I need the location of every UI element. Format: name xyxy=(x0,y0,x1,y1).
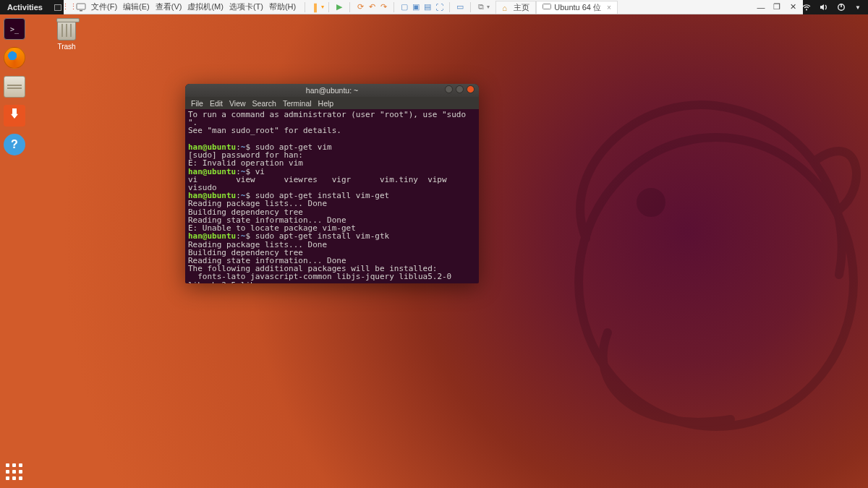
svg-rect-6 xyxy=(80,10,82,12)
ubuntu-dock xyxy=(0,14,29,488)
dock-firefox-icon[interactable] xyxy=(4,47,25,69)
home-icon: ⌂ xyxy=(502,4,511,11)
pause-icon[interactable]: ‖ xyxy=(310,1,321,13)
vm-tab-home-label: 主页 xyxy=(514,2,529,13)
vm-window-controls: — ❐ ✕ xyxy=(755,2,803,12)
restore-button[interactable]: ✕ xyxy=(787,2,799,12)
fullscreen-icon[interactable]: ⛶ xyxy=(433,1,445,13)
device-icon[interactable]: ⧉ xyxy=(475,1,487,13)
svg-rect-7 xyxy=(543,4,551,9)
dock-button[interactable]: ❐ xyxy=(771,2,783,12)
terminal-menu-help[interactable]: Help xyxy=(318,99,334,108)
vm-menu-edit[interactable]: 编辑(E) xyxy=(123,1,150,12)
fit-guest-icon[interactable]: ▢ xyxy=(399,1,410,13)
network-icon xyxy=(801,2,812,12)
trash-label: Trash xyxy=(49,43,84,51)
activities-button[interactable]: Activities xyxy=(0,3,50,12)
svg-rect-5 xyxy=(77,4,85,9)
power-icon xyxy=(836,2,846,12)
svg-point-2 xyxy=(806,9,807,11)
dock-files-icon[interactable] xyxy=(4,76,25,98)
chevron-down-icon: ▼ xyxy=(855,4,861,11)
vm-host-toolbar: ⋮⋮ 文件(F) 编辑(E) 查看(V) 虚拟机(M) 选项卡(T) 帮助(H)… xyxy=(64,0,803,14)
trash-icon xyxy=(57,20,76,40)
clock-back-icon[interactable]: ↶ xyxy=(366,1,378,13)
unity-icon[interactable]: ▭ xyxy=(454,1,466,13)
close-icon[interactable]: × xyxy=(607,4,611,12)
vm-tab-icon xyxy=(542,4,551,11)
play-icon[interactable]: ▶ xyxy=(333,1,345,13)
svg-point-0 xyxy=(579,137,854,427)
dock-software-icon[interactable] xyxy=(4,105,25,127)
vm-menu-tabs[interactable]: 选项卡(T) xyxy=(229,1,263,12)
terminal-minimize-button[interactable] xyxy=(445,85,453,93)
vm-menu-vm[interactable]: 虚拟机(M) xyxy=(187,1,224,12)
terminal-menu-file[interactable]: File xyxy=(191,99,203,108)
terminal-maximize-button[interactable] xyxy=(456,85,464,93)
terminal-menu-edit[interactable]: Edit xyxy=(210,99,223,108)
vm-menu-file[interactable]: 文件(F) xyxy=(91,1,117,12)
vm-menu-help[interactable]: 帮助(H) xyxy=(269,1,296,12)
device-dropdown-icon[interactable]: ▾ xyxy=(487,4,490,10)
terminal-indicator-icon xyxy=(54,4,61,11)
minimize-button[interactable]: — xyxy=(755,2,767,12)
fit-window-icon[interactable]: ▣ xyxy=(410,1,422,13)
vm-tab-home[interactable]: ⌂ 主页 xyxy=(495,1,536,14)
show-applications-icon[interactable] xyxy=(6,463,23,481)
volume-icon xyxy=(819,2,829,12)
snapshot-icon[interactable]: ⟳ xyxy=(354,1,366,13)
svg-point-1 xyxy=(641,192,661,213)
vm-menu-view[interactable]: 查看(V) xyxy=(156,1,182,12)
terminal-menu-terminal[interactable]: Terminal xyxy=(283,99,312,108)
terminal-close-button[interactable] xyxy=(467,85,475,93)
terminal-menubar: File Edit View Search Terminal Help xyxy=(185,97,479,109)
stretch-icon[interactable]: ▤ xyxy=(422,1,433,13)
vm-tab-ubuntu-label: Ubuntu 64 位 xyxy=(554,2,601,13)
vm-tab-ubuntu[interactable]: Ubuntu 64 位 × xyxy=(536,1,618,14)
terminal-menu-search[interactable]: Search xyxy=(252,99,276,108)
top-status-area[interactable]: ▼ xyxy=(801,2,868,12)
terminal-title: han@ubuntu: ~ xyxy=(306,86,358,95)
dock-help-icon[interactable] xyxy=(4,134,25,155)
wallpaper-beaver-silhouette xyxy=(499,58,868,448)
terminal-content[interactable]: To run a command as administrator (user … xyxy=(185,109,479,283)
terminal-titlebar[interactable]: han@ubuntu: ~ xyxy=(185,84,479,97)
terminal-menu-view[interactable]: View xyxy=(229,99,246,108)
clock-forward-icon[interactable]: ↷ xyxy=(378,1,389,13)
grip-icon[interactable]: ⋮⋮ xyxy=(64,1,75,13)
vm-menu-bar: 文件(F) 编辑(E) 查看(V) 虚拟机(M) 选项卡(T) 帮助(H) xyxy=(87,1,300,12)
terminal-window[interactable]: han@ubuntu: ~ File Edit View Search Term… xyxy=(185,84,479,283)
dock-terminal-icon[interactable] xyxy=(4,18,25,40)
desktop-trash[interactable]: Trash xyxy=(49,20,84,51)
vm-icon[interactable] xyxy=(75,1,87,13)
vm-tabs: ⌂ 主页 Ubuntu 64 位 × xyxy=(495,1,618,14)
